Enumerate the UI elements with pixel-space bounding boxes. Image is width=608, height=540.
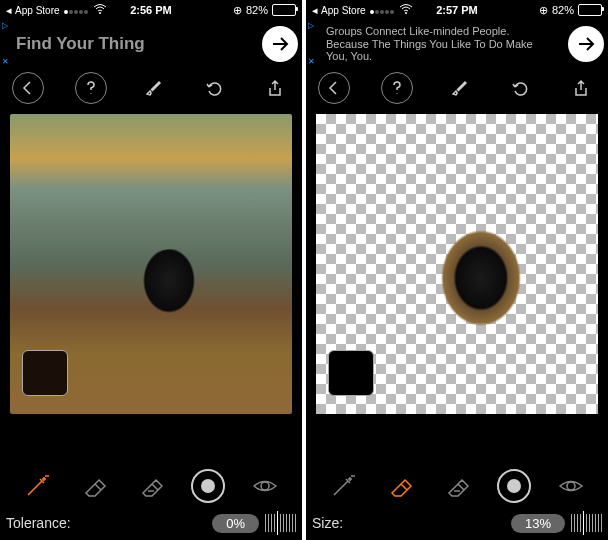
question-icon [388, 79, 406, 97]
eraser-tool[interactable] [77, 469, 111, 503]
eraser-icon [81, 473, 107, 499]
magic-wand-icon [24, 473, 50, 499]
slider-ticks[interactable] [571, 511, 602, 535]
ad-text: Find Your Thing [16, 34, 145, 54]
restore-tool[interactable] [440, 469, 474, 503]
restore-icon [138, 473, 164, 499]
magic-wand-tool[interactable] [326, 469, 360, 503]
back-button[interactable] [318, 72, 350, 104]
help-button[interactable] [381, 72, 413, 104]
magic-wand-icon [330, 473, 356, 499]
ad-banner[interactable]: ▷ ✕ Groups Connect Like-minded People. B… [306, 20, 608, 68]
ad-text: Groups Connect Like-minded People. Becau… [326, 25, 546, 63]
slider-label: Size: [312, 515, 343, 531]
ad-arrow-button[interactable] [568, 26, 604, 62]
share-icon [572, 79, 590, 97]
clock: 2:57 PM [436, 4, 478, 16]
slider-label: Tolerance: [6, 515, 71, 531]
back-to-app[interactable]: ◂ App Store [312, 4, 366, 17]
top-toolbar [306, 68, 608, 108]
slider-ticks[interactable] [265, 511, 296, 535]
undo-icon [511, 79, 529, 97]
restore-icon [444, 473, 470, 499]
bottom-toolbar [0, 466, 302, 506]
target-tool[interactable] [497, 469, 531, 503]
wifi-icon [93, 4, 107, 16]
signal-icon [64, 4, 89, 16]
arrow-right-icon [576, 34, 596, 54]
brush-icon [450, 79, 468, 97]
preview-tool[interactable] [554, 469, 588, 503]
brush-settings-button[interactable] [444, 73, 474, 103]
share-icon [266, 79, 284, 97]
undo-button[interactable] [505, 73, 535, 103]
signal-icon [370, 4, 395, 16]
share-button[interactable] [260, 73, 290, 103]
restore-tool[interactable] [134, 469, 168, 503]
battery-percent: 82% [552, 4, 574, 16]
eye-icon [252, 473, 278, 499]
slider-value[interactable]: 0% [212, 514, 259, 533]
battery-icon [578, 4, 602, 16]
target-icon [201, 479, 215, 493]
brush-settings-button[interactable] [138, 73, 168, 103]
svg-point-0 [99, 12, 101, 14]
help-button[interactable] [75, 72, 107, 104]
status-bar: ◂ App Store 2:56 PM ⊕ 82% [0, 0, 302, 20]
slider-row: Tolerance: 0% [0, 506, 302, 540]
clock: 2:56 PM [130, 4, 172, 16]
svg-point-1 [405, 12, 407, 14]
ad-close-icon[interactable]: ✕ [2, 57, 9, 66]
eye-icon [558, 473, 584, 499]
image-cutout [418, 222, 558, 362]
slider-row: Size: 13% [306, 506, 608, 540]
eraser-tool[interactable] [383, 469, 417, 503]
question-icon [82, 79, 100, 97]
battery-percent: 82% [246, 4, 268, 16]
preview-tool[interactable] [248, 469, 282, 503]
bottom-toolbar [306, 466, 608, 506]
orientation-lock-icon: ⊕ [233, 4, 242, 17]
image-canvas[interactable] [316, 114, 598, 414]
undo-icon [205, 79, 223, 97]
target-icon [507, 479, 521, 493]
phone-left: ◂ App Store 2:56 PM ⊕ 82% ▷ ✕ Find Your … [0, 0, 302, 540]
battery-icon [272, 4, 296, 16]
share-button[interactable] [566, 73, 596, 103]
image-canvas[interactable] [10, 114, 292, 414]
wifi-icon [399, 4, 413, 16]
undo-button[interactable] [199, 73, 229, 103]
chevron-left-icon [325, 79, 343, 97]
eraser-icon [387, 473, 413, 499]
magic-wand-tool[interactable] [20, 469, 54, 503]
ad-close-icon[interactable]: ✕ [308, 57, 315, 66]
ad-banner[interactable]: ▷ ✕ Find Your Thing [0, 20, 302, 68]
slider-value[interactable]: 13% [511, 514, 565, 533]
back-to-app[interactable]: ◂ App Store [6, 4, 60, 17]
ad-arrow-button[interactable] [262, 26, 298, 62]
ad-triangle-icon: ▷ [308, 22, 314, 30]
color-swatch[interactable] [328, 350, 374, 396]
target-tool[interactable] [191, 469, 225, 503]
color-swatch[interactable] [22, 350, 68, 396]
ad-triangle-icon: ▷ [2, 22, 8, 30]
brush-icon [144, 79, 162, 97]
phone-right: ◂ App Store 2:57 PM ⊕ 82% ▷ ✕ Groups Con… [306, 0, 608, 540]
arrow-right-icon [270, 34, 290, 54]
back-button[interactable] [12, 72, 44, 104]
status-bar: ◂ App Store 2:57 PM ⊕ 82% [306, 0, 608, 20]
top-toolbar [0, 68, 302, 108]
orientation-lock-icon: ⊕ [539, 4, 548, 17]
chevron-left-icon [19, 79, 37, 97]
